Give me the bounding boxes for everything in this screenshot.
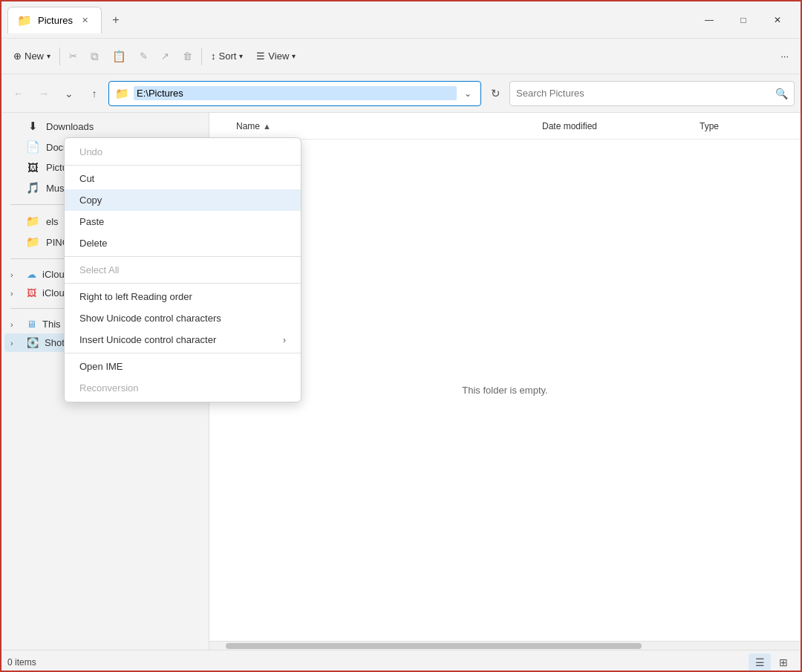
minimize-button[interactable]: — [692,8,726,32]
cut-button[interactable]: ✂ [63,44,83,69]
share-icon: ↗ [161,50,169,62]
sort-dropdown-icon: ▾ [239,52,243,60]
copy-icon: ⧉ [91,50,99,63]
ctx-paste[interactable]: Paste [65,211,301,232]
icloud-photos-arrow: › [10,289,21,298]
icloud-drive-arrow: › [10,270,21,279]
col-type-header[interactable]: Type [700,121,789,131]
delete-icon: 🗑 [183,50,192,62]
tab-close-button[interactable]: ✕ [79,13,92,27]
this-pc-arrow: › [10,320,21,329]
details-view-button[interactable]: ⊞ [772,653,795,671]
sidebar-item-els-label: els [46,216,59,227]
address-dropdown-button[interactable]: ⌄ [461,87,475,100]
sort-icon: ↕ [211,50,216,62]
status-bar: 0 items ☰ ⊞ [1,650,801,672]
maximize-button[interactable]: □ [726,8,760,32]
ctx-insert-unicode[interactable]: Insert Unicode control character › [65,329,301,350]
view-dropdown-icon: ▾ [292,52,296,60]
share-button[interactable]: ↗ [155,44,175,69]
this-pc-icon: 🖥 [27,319,36,330]
horizontal-scrollbar[interactable] [209,641,801,650]
col-name-header[interactable]: Name ▲ [221,121,533,131]
col-name-label: Name [236,121,260,131]
pictures-icon: 🖼 [25,161,40,174]
toolbar: ⊕ New ▾ ✂ ⧉ 📋 ✎ ↗ 🗑 ↕ Sort ▾ ☰ View ▾ ··… [1,39,801,74]
new-label: New [25,50,44,62]
title-bar-left: 📁 Pictures ✕ + [7,7,692,33]
ctx-select-all[interactable]: Select All [65,259,301,281]
ctx-undo[interactable]: Undo [65,141,301,163]
address-folder-icon: 📁 [115,87,129,100]
rename-button[interactable]: ✎ [134,44,154,69]
forward-button[interactable]: → [33,82,55,105]
address-text[interactable]: E:\Pictures [134,86,457,100]
refresh-button[interactable]: ↻ [484,82,506,105]
ctx-delete[interactable]: Delete [65,232,301,254]
tab-folder-icon: 📁 [17,13,32,27]
new-button[interactable]: ⊕ New ▾ [7,44,56,69]
downloads-icon: ⬇ [25,120,40,133]
address-bar: ← → ⌄ ↑ 📁 E:\Pictures ⌄ ↻ 🔍 [1,74,801,113]
view-icon: ☰ [256,50,265,62]
back-button[interactable]: ← [7,82,30,105]
ctx-insert-unicode-arrow: › [283,335,286,345]
ctx-reconversion[interactable]: Reconversion [65,377,301,399]
search-input[interactable] [516,88,771,99]
paste-button[interactable]: 📋 [106,44,132,69]
tab-title: Pictures [38,15,73,26]
ctx-copy[interactable]: Copy [65,189,301,211]
sidebar-item-downloads-label: Downloads [46,121,94,132]
music-icon: 🎵 [25,181,40,195]
details-view-icon: ⊞ [779,656,788,668]
ctx-sep-1 [65,165,301,166]
ctx-rtl-reading[interactable]: Right to left Reading order [65,286,301,307]
search-icon: 🔍 [775,88,788,100]
ctx-cut[interactable]: Cut [65,168,301,189]
col-date-label: Date modified [542,121,597,131]
list-view-icon: ☰ [755,656,765,668]
delete-button[interactable]: 🗑 [177,44,198,69]
new-icon: ⊕ [13,50,22,62]
title-bar: 📁 Pictures ✕ + — □ ✕ [1,1,801,39]
active-tab[interactable]: 📁 Pictures ✕ [7,7,102,33]
search-box[interactable]: 🔍 [509,81,795,106]
new-tab-button[interactable]: + [105,9,127,31]
recent-locations-button[interactable]: ⌄ [58,82,80,105]
view-label: View [268,50,289,62]
content-header: Name ▲ Date modified Type [209,113,801,140]
icloud-drive-icon: ☁ [27,269,36,280]
icloud-photos-icon: 🖼 [27,287,36,299]
up-button[interactable]: ↑ [83,82,105,105]
status-right: ☰ ⊞ [749,653,795,671]
documents-icon: 📄 [25,140,40,154]
ctx-sep-3 [65,283,301,284]
shots-e-icon: 💽 [27,337,39,348]
more-button[interactable]: ··· [775,44,795,69]
ctx-sep-2 [65,256,301,257]
ctx-open-ime[interactable]: Open IME [65,356,301,377]
col-type-label: Type [700,121,719,131]
sort-arrow-up[interactable]: ▲ [263,122,271,131]
items-count: 0 items [7,657,36,668]
shots-e-arrow: › [10,339,21,348]
toolbar-divider-2 [201,48,202,65]
address-input-wrapper[interactable]: 📁 E:\Pictures ⌄ [108,81,481,106]
h-scrollbar-thumb[interactable] [226,643,642,649]
close-button[interactable]: ✕ [760,8,795,32]
toolbar-divider-1 [59,48,60,65]
sort-button[interactable]: ↕ Sort ▾ [205,44,249,69]
paste-icon: 📋 [112,50,126,63]
ctx-sep-4 [65,353,301,353]
rename-icon: ✎ [140,50,148,62]
col-date-header[interactable]: Date modified [542,121,691,131]
new-dropdown-icon: ▾ [47,52,50,60]
ctx-show-unicode[interactable]: Show Unicode control characters [65,307,301,329]
copy-button[interactable]: ⧉ [85,44,105,69]
sort-label: Sort [219,50,237,62]
cut-icon: ✂ [69,50,77,62]
view-button[interactable]: ☰ View ▾ [250,44,301,69]
list-view-button[interactable]: ☰ [749,653,771,671]
sidebar-item-downloads[interactable]: ⬇ Downloads [4,116,206,137]
context-menu: Undo Cut Copy Paste Delete Select All Ri… [64,137,301,402]
